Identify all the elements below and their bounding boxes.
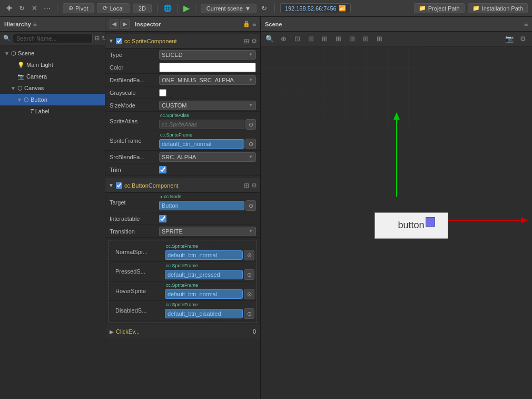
button-collapse-arrow: ▼ xyxy=(109,182,114,188)
sprite-edit-icon[interactable]: ⊞ xyxy=(244,37,249,45)
disabledsprite-pick-btn[interactable]: ⊙ xyxy=(244,308,254,319)
scene-select[interactable]: Current scene ▼ xyxy=(201,4,257,13)
button-component-header[interactable]: ▼ cc.ButtonComponent ⊞ ⚙ xyxy=(105,178,260,193)
spriteframe-value: cc.SpriteFrame ⊙ xyxy=(159,132,256,149)
spriteatlas-input[interactable] xyxy=(159,120,244,129)
disabledsprite-label: DisabledS... xyxy=(115,307,163,314)
target-tag: ● cc.Node xyxy=(159,194,256,199)
y-axis-arrow xyxy=(391,112,402,202)
spriteframe-pick-btn[interactable]: ⊙ xyxy=(245,139,256,149)
refresh2-icon[interactable]: ↻ xyxy=(260,4,269,13)
pivot-scene-icon[interactable]: ⊞ xyxy=(360,33,371,45)
interactable-value xyxy=(159,215,256,222)
local-button[interactable]: ⟳ Local xyxy=(97,3,129,13)
hoversprite-input[interactable] xyxy=(165,289,243,299)
hierarchy-menu-icon[interactable]: ≡ xyxy=(33,21,37,28)
tree-item-camera[interactable]: 📷 Camera xyxy=(0,71,105,82)
trim-row: Trim xyxy=(105,163,260,176)
target-tag-text: cc.Node xyxy=(164,194,181,199)
grid-icon[interactable]: ⊞ xyxy=(305,33,317,45)
wifi-icon: 📶 xyxy=(339,5,346,12)
zoom-out-icon[interactable]: 🔍 xyxy=(264,33,275,45)
filter-icon[interactable]: ⊞ xyxy=(95,35,100,42)
inspector-menu-icon[interactable]: ≡ xyxy=(252,21,256,28)
tree-item-scene[interactable]: ▼ ⬡ Scene xyxy=(0,47,105,59)
dstblend-row: DstBlendFa... ONE_MINUS_SRC_ALPHA xyxy=(105,74,260,86)
scene-viewport[interactable]: button xyxy=(261,46,532,399)
hoversprite-tag: cc.SpriteFrame xyxy=(165,283,254,288)
screenshot-icon[interactable]: 📷 xyxy=(504,33,515,45)
transition-label: Transition xyxy=(110,228,157,235)
interactable-checkbox[interactable] xyxy=(159,215,166,222)
sizemode-select[interactable]: CUSTOM xyxy=(159,101,256,110)
disabledsprite-input-row: ⊙ xyxy=(165,308,254,319)
more-icon[interactable]: ⋯ xyxy=(42,4,52,13)
srcblend-select[interactable]: SRC_ALPHA xyxy=(159,152,256,162)
grayscale-checkbox[interactable] xyxy=(159,89,166,96)
button-enable-checkbox[interactable] xyxy=(116,182,122,189)
label-node-icon: T xyxy=(30,108,34,114)
spriteframe-input[interactable] xyxy=(159,139,244,149)
color-picker[interactable] xyxy=(159,63,256,72)
spriteatlas-tag: cc.SpriteAtlas xyxy=(159,113,256,118)
globe-icon[interactable]: 🌐 xyxy=(163,4,172,13)
zoom-fit-icon[interactable]: ⊡ xyxy=(291,33,303,45)
settings-scene-icon[interactable]: ⚙ xyxy=(517,33,529,45)
mode-2d-button[interactable]: 2D xyxy=(133,4,152,13)
button-edit-icon[interactable]: ⊞ xyxy=(244,182,249,189)
refresh-icon[interactable]: ↻ xyxy=(17,4,26,13)
align-icon[interactable]: ⊞ xyxy=(373,33,385,45)
click-events-row[interactable]: ▶ ClickEv... 0 xyxy=(105,325,260,338)
nav-forward[interactable]: ▶ xyxy=(120,20,130,29)
spriteatlas-pick-btn[interactable]: ⊙ xyxy=(245,119,256,130)
inspector-title: Inspector xyxy=(135,21,241,27)
tree-item-main-light[interactable]: 💡 Main Light xyxy=(0,59,105,71)
target-input[interactable] xyxy=(159,201,244,210)
transform-icon[interactable]: ⊞ xyxy=(346,33,358,45)
snap-icon[interactable]: ⊞ xyxy=(319,33,330,45)
transition-value: SPRITE xyxy=(159,227,256,236)
canvas-label: Canvas xyxy=(24,85,44,91)
ruler-icon[interactable]: ⊞ xyxy=(332,33,344,45)
normalsprite-input[interactable] xyxy=(165,250,243,260)
ip-text: 192.168.52.66:7456 xyxy=(285,5,337,12)
add-icon[interactable]: ✚ xyxy=(4,4,14,13)
type-select[interactable]: SLICED xyxy=(159,50,256,60)
zoom-reset-icon[interactable]: ⊕ xyxy=(278,33,289,45)
tree-item-label[interactable]: T Label xyxy=(0,105,105,117)
hoversprite-row: HoverSprite cc.SpriteFrame ⊙ xyxy=(109,281,257,301)
hoversprite-pick-btn[interactable]: ⊙ xyxy=(244,289,254,299)
pressedsprite-input[interactable] xyxy=(165,270,243,279)
lock-icon[interactable]: 🔒 xyxy=(243,21,250,27)
pivot-button[interactable]: ⊕ Pivot xyxy=(63,3,94,13)
target-dot: ● xyxy=(160,194,163,199)
normalsprite-label: NormalSpr... xyxy=(115,249,163,255)
trim-checkbox[interactable] xyxy=(159,166,166,173)
tree-item-button[interactable]: ▼ ⬡ Button xyxy=(0,94,105,105)
play-button[interactable]: ▶ xyxy=(183,3,190,13)
srcblend-label: SrcBlendFa... xyxy=(110,154,157,160)
scene-menu-icon[interactable]: ≡ xyxy=(524,21,528,28)
tree-item-canvas[interactable]: ▼ ⬡ Canvas xyxy=(0,82,105,94)
sizemode-label: SizeMode xyxy=(110,102,157,109)
scene-label: Scene xyxy=(18,50,34,56)
pressedsprite-row: PressedS... cc.SpriteFrame ⊙ xyxy=(109,262,257,281)
sprite-settings-icon[interactable]: ⚙ xyxy=(251,37,257,45)
sprite-enable-checkbox[interactable] xyxy=(116,38,122,44)
pressedsprite-pick-btn[interactable]: ⊙ xyxy=(244,269,254,280)
button-settings-icon[interactable]: ⚙ xyxy=(251,182,257,189)
normalsprite-pick-btn[interactable]: ⊙ xyxy=(244,250,254,260)
install-path-button[interactable]: 📁 Installation Path xyxy=(468,3,528,13)
hoversprite-field: cc.SpriteFrame ⊙ xyxy=(165,283,254,299)
project-path-button[interactable]: 📁 Project Path xyxy=(414,3,465,13)
grayscale-value xyxy=(159,89,256,96)
dstblend-select[interactable]: ONE_MINUS_SRC_ALPHA xyxy=(159,75,256,85)
search-input[interactable] xyxy=(13,34,93,43)
close-icon[interactable]: ✕ xyxy=(29,4,39,13)
nav-back[interactable]: ◀ xyxy=(110,20,119,29)
target-pick-btn[interactable]: ⊙ xyxy=(245,200,256,211)
inspector-panel: ◀ ▶ Inspector 🔒 ≡ ▼ cc.SpriteComponent ⊞… xyxy=(105,17,261,399)
transition-select[interactable]: SPRITE xyxy=(159,227,256,236)
disabledsprite-input[interactable] xyxy=(165,309,243,318)
sprite-component-header[interactable]: ▼ cc.SpriteComponent ⊞ ⚙ xyxy=(105,34,260,48)
